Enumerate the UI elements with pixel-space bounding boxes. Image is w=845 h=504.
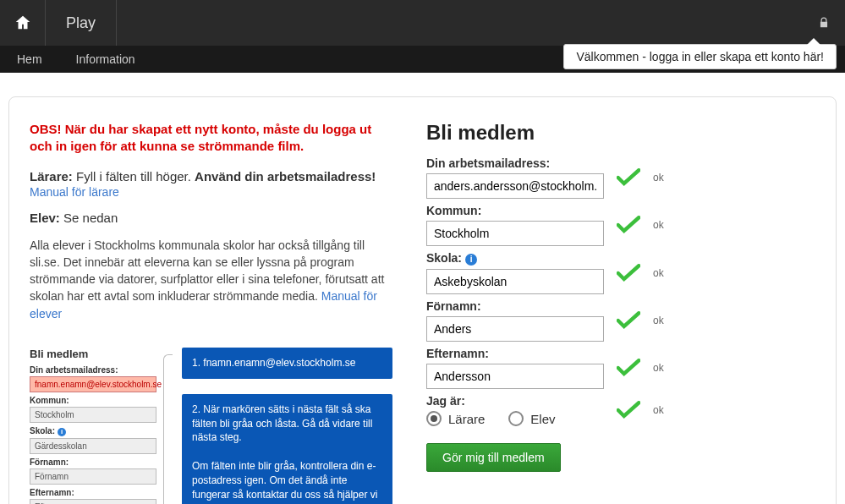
radio-icon <box>508 411 524 426</box>
check-icon <box>617 168 640 187</box>
radio-elev-label: Elev <box>530 412 555 426</box>
diagram-label-email: Din arbetsmailadress: <box>30 365 156 375</box>
navbar: Hem Information Välkommen - logga in ell… <box>0 46 845 73</box>
lock-icon <box>818 17 830 29</box>
radio-elev[interactable]: Elev <box>508 411 555 426</box>
info-icon[interactable]: i <box>465 254 477 266</box>
diagram-label-kommun: Kommun: <box>30 396 156 405</box>
diagram-tip-1: 1. fnamn.enamn@elev.stockholm.se <box>182 348 392 379</box>
ok-fornamn: ok <box>653 315 664 326</box>
form-heading: Bli medlem <box>426 121 815 145</box>
content-card: OBS! När du har skapat ett nytt konto, m… <box>8 96 837 504</box>
input-kommun[interactable] <box>426 221 604 246</box>
check-icon <box>617 216 640 234</box>
teacher-manual-link[interactable]: Manual för lärare <box>30 185 119 199</box>
ok-email: ok <box>653 172 664 184</box>
signup-form: Bli medlem Din arbetsmailadress: ok Komm… <box>426 121 815 504</box>
label-kommun: Kommun: <box>426 204 604 217</box>
diagram-input-skola: Gärdesskolan <box>30 438 156 454</box>
example-diagram: Bli medlem Din arbetsmailadress: fnamn.e… <box>30 348 392 504</box>
diagram-label-fornamn: Förnamn: <box>30 457 156 467</box>
teacher-text: Fyll i fälten till höger. <box>76 169 191 184</box>
check-icon <box>617 264 640 282</box>
label-efternamn: Efternamn: <box>426 347 604 360</box>
diagram-input-email: fnamn.enamn@elev.stockholm.se <box>30 376 156 392</box>
diagram-input-kommun: Stockholm <box>30 407 156 423</box>
radio-larare[interactable]: Lärare <box>426 411 485 426</box>
play-tab[interactable]: Play <box>46 0 117 46</box>
warning-text: OBS! När du har skapat ett nytt konto, m… <box>30 121 392 156</box>
check-icon <box>617 359 640 377</box>
radio-larare-label: Lärare <box>448 412 485 426</box>
student-block: Elev: Se nedan <box>30 211 392 225</box>
diagram-title: Bli medlem <box>30 348 156 360</box>
diagram-tips: 1. fnamn.enamn@elev.stockholm.se 2. När … <box>182 348 392 504</box>
label-fornamn: Förnamn: <box>426 299 604 313</box>
input-skola[interactable] <box>426 269 604 294</box>
info-icon: i <box>58 428 66 436</box>
input-email[interactable] <box>426 173 604 199</box>
input-efternamn[interactable] <box>426 364 604 389</box>
left-column: OBS! När du har skapat ett nytt konto, m… <box>30 121 392 504</box>
diagram-label-efternamn: Efternamn: <box>30 488 156 497</box>
label-jagar: Jag är: <box>426 394 604 408</box>
teacher-label: Lärare: <box>30 169 73 184</box>
check-icon <box>617 311 640 330</box>
submit-button[interactable]: Gör mig till medlem <box>426 443 561 472</box>
radio-icon <box>426 411 442 426</box>
diagram-bracket <box>163 348 175 504</box>
label-skola: Skola:i <box>426 251 604 266</box>
welcome-tooltip[interactable]: Välkommen - logga in eller skapa ett kon… <box>563 44 837 69</box>
diagram-input-fornamn: Förnamn <box>30 468 156 485</box>
ok-efternamn: ok <box>653 362 664 374</box>
diagram-form: Bli medlem Din arbetsmailadress: fnamn.e… <box>30 348 156 504</box>
label-email: Din arbetsmailadress: <box>426 156 604 170</box>
ok-jagar: ok <box>653 404 664 416</box>
student-label: Elev: <box>30 211 60 225</box>
teacher-block: Lärare: Fyll i fälten till höger. Använd… <box>30 169 392 199</box>
home-icon <box>14 14 32 32</box>
diagram-label-skola: Skola:i <box>30 426 156 436</box>
ok-skola: ok <box>653 267 664 279</box>
check-icon <box>617 401 640 419</box>
diagram-tip-2: 2. När markören sätts i nästa fält så sk… <box>182 394 392 504</box>
topbar: Play <box>0 0 845 46</box>
nav-home[interactable]: Hem <box>17 52 42 66</box>
nav-information[interactable]: Information <box>76 52 135 66</box>
student-text: Se nedan <box>63 211 118 225</box>
input-fornamn[interactable] <box>426 316 604 342</box>
info-paragraph: Alla elever i Stockholms kommunala skolo… <box>30 237 392 322</box>
teacher-bold: Använd din arbetsmailadress! <box>195 169 376 184</box>
diagram-input-efternamn: Efternamn <box>30 499 156 504</box>
home-button[interactable] <box>0 0 46 46</box>
ok-kommun: ok <box>653 219 664 231</box>
